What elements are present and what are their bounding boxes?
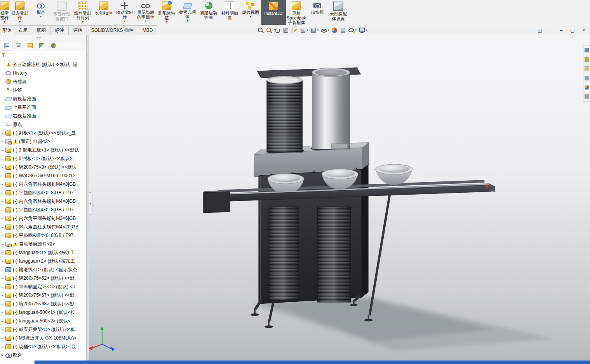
smart-fasteners-button[interactable]: 智能扣件 <box>93 0 114 25</box>
tree-item-origin[interactable]: 原点 <box>0 120 86 129</box>
view-settings-button[interactable] <box>348 26 357 35</box>
tree-item-component[interactable]: (-) fangguan<2> (默认<按加工 <box>0 257 86 265</box>
expand-caret-icon[interactable] <box>2 260 5 263</box>
hide-show-items-button[interactable] <box>320 26 329 35</box>
tree-item-component[interactable]: (-) 碗200x75<67> (默认) <<默 <box>0 291 86 300</box>
bowl-stack[interactable] <box>267 76 303 152</box>
tree-item-component[interactable]: (-) 3 配电底板<1> (默认) <<默认 <box>0 146 86 154</box>
expand-caret-icon[interactable] <box>2 183 5 186</box>
expand-caret-icon[interactable] <box>2 165 5 169</box>
tree-item-history[interactable]: History <box>0 69 86 77</box>
dropdown-arrow-icon[interactable] <box>166 21 167 24</box>
zoom-to-area-button[interactable] <box>265 26 272 35</box>
view-palette-tab[interactable] <box>584 75 590 82</box>
exploded-view-button[interactable]: 爆炸视图 <box>240 0 261 25</box>
tree-item-right-plane[interactable]: 右视基准面 <box>0 111 86 120</box>
expand-caret-icon[interactable] <box>2 217 5 220</box>
dropdown-arrow-icon[interactable] <box>145 20 146 23</box>
close-button[interactable]: × <box>580 27 588 34</box>
expand-caret-icon[interactable] <box>2 208 5 212</box>
show-hidden-components-button[interactable]: 显示隐藏的零部件 <box>135 0 156 25</box>
taskbar-left-segment[interactable] <box>0 361 35 364</box>
expand-caret-icon[interactable] <box>2 336 5 340</box>
tab-sketch[interactable]: 草图 <box>32 25 50 35</box>
dimxpertmanager-tab[interactable] <box>36 41 47 51</box>
expand-caret-icon[interactable] <box>2 328 5 331</box>
tab-annotation[interactable]: 标注 <box>50 25 69 35</box>
tree-item-component[interactable]: (-) 平垫圈A级4×0. 8[GB / T97. <box>0 231 86 240</box>
large-assembly-settings-button[interactable]: 大型装配体设置 <box>328 0 349 25</box>
expand-caret-icon[interactable] <box>2 140 5 143</box>
tree-item-component[interactable]: (-) WAD36-D60-M16-L100<1> <box>0 171 86 180</box>
tree-item-component[interactable]: (-) fangguan-500<2> (默认< <box>0 317 86 325</box>
section-view-button[interactable] <box>282 26 289 35</box>
instant3d-button[interactable]: Instant3D <box>261 0 286 25</box>
take-snapshot-button[interactable]: 拍快照 <box>307 0 328 25</box>
expand-caret-icon[interactable] <box>2 234 5 237</box>
expand-caret-icon[interactable] <box>2 174 5 178</box>
tree-item-sensors[interactable]: 传感器 <box>0 77 86 86</box>
annotation-view-button[interactable] <box>291 26 298 35</box>
bowl-right[interactable] <box>376 164 413 185</box>
panel-splitter-handle[interactable] <box>0 35 86 40</box>
bellows-left[interactable] <box>269 207 299 300</box>
expand-caret-icon[interactable] <box>2 319 5 323</box>
expand-caret-icon[interactable] <box>2 302 5 306</box>
tree-item-component[interactable]: (-) 输送线<1> (默认) <显示状态 <box>0 265 86 274</box>
tree-item-component[interactable]: (-) 导向轴固定环<1> (默认) << <box>0 282 86 291</box>
expand-caret-icon[interactable] <box>2 148 5 152</box>
reference-geometry-button[interactable]: 参考几何体 <box>177 0 198 25</box>
tab-mbd[interactable]: MBD <box>138 25 158 35</box>
tree-item-component[interactable]: (-) 感应开关架<1> (默认) <<默 <box>0 325 86 334</box>
dropdown-arrow-icon[interactable] <box>19 21 21 24</box>
dropdown-arrow-icon[interactable] <box>327 29 329 32</box>
featuremanager-tab[interactable] <box>1 41 12 51</box>
tree-item-component[interactable]: (-) M8接近开关 GX-108MLKA< <box>0 334 86 342</box>
mate-button[interactable]: 配合 <box>30 0 51 25</box>
component-preview-window-button[interactable]: 零部件预览窗口 <box>51 0 72 25</box>
expand-caret-icon[interactable] <box>2 191 5 195</box>
tree-item-component[interactable]: (-) 内六角圆柱头螺钉M4×8[GB , <box>0 180 86 188</box>
tree-item-component[interactable]: (-) 碗200x75<62> (默认) <<默 <box>0 274 86 282</box>
expand-caret-icon[interactable] <box>2 345 5 348</box>
custom-properties-tab[interactable] <box>584 93 590 100</box>
design-library-tab[interactable] <box>584 56 590 63</box>
zoom-to-fit-button[interactable] <box>257 26 264 35</box>
display-style-button[interactable] <box>299 26 308 35</box>
tree-item-component[interactable]: (-) 内六角圆柱头螺钉M4×8[GB , <box>0 197 86 206</box>
edit-component-partial-button[interactable]: 插零部件 <box>0 0 9 25</box>
dropdown-arrow-icon[interactable] <box>365 29 367 32</box>
tree-item-component[interactable]: (-) 碗200x75<3> (默认) <<默认 <box>0 163 86 171</box>
file-explorer-tab[interactable] <box>584 65 590 72</box>
tree-item-component[interactable]: (-) 5 封板<1> (默认) <<默认>_ <box>0 154 86 163</box>
dropdown-arrow-icon[interactable] <box>250 15 251 18</box>
expand-caret-icon[interactable] <box>2 277 5 280</box>
tree-item-component[interactable]: (-) 平垫圈A级4×0. 8[GB / T97. <box>0 188 86 197</box>
toggle-panes-button[interactable]: ◫ <box>536 27 544 34</box>
tree-item-component[interactable]: (-) 碗200x75<68> (默认) <<默 <box>0 300 86 308</box>
restore-button[interactable]: ▢ <box>569 27 576 34</box>
bellows-right[interactable] <box>317 207 351 302</box>
tab-assembly[interactable]: 配体 <box>0 25 14 35</box>
tab-layout[interactable]: 布局 <box>14 25 32 35</box>
expand-caret-icon[interactable] <box>2 294 5 297</box>
propertymanager-tab[interactable] <box>12 41 24 51</box>
dropdown-arrow-icon[interactable] <box>317 29 318 32</box>
solidworks-resources-tab[interactable] <box>584 47 590 54</box>
tree-item-component[interactable]: (-) 内六角圆柱头螺钉M4×20[GB <box>0 223 86 231</box>
dropdown-arrow-icon[interactable] <box>355 29 357 32</box>
expand-caret-icon[interactable] <box>2 131 5 135</box>
tree-item-component[interactable]: (-) 封板<1> (默认) <<默认>_显 <box>0 129 86 137</box>
insert-components-button[interactable]: 插入零部件 <box>9 0 30 25</box>
assembly-features-button[interactable]: 装配体特征 <box>156 0 177 25</box>
move-component-button[interactable]: 移动零部件 <box>114 0 135 25</box>
expand-caret-icon[interactable] <box>2 354 5 357</box>
minimize-button[interactable]: – <box>557 27 565 34</box>
graphics-area[interactable] <box>89 35 590 361</box>
assembly-3d-model[interactable] <box>89 35 590 361</box>
dropdown-arrow-icon[interactable] <box>124 20 125 23</box>
tree-item-component[interactable]: (-) 平垫圈A级4×0. 8[GB / T97. <box>0 206 86 214</box>
panel-collapse-handle[interactable] <box>89 192 92 215</box>
update-speedpak-button[interactable]: 更新Speedpak子装配体 <box>286 0 307 25</box>
tree-item-component[interactable]: (-) fangguan<1> (默认<按加工 <box>0 248 86 257</box>
